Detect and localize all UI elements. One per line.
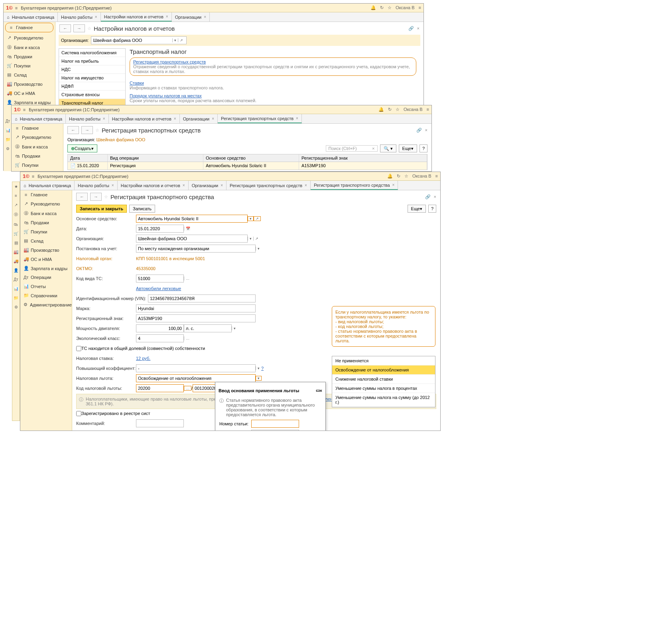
menu-icon[interactable]: ≡ xyxy=(427,107,429,112)
star-icon[interactable]: ☆ xyxy=(404,174,408,176)
link-rates[interactable]: Ставки xyxy=(130,81,144,85)
help-button[interactable]: ? xyxy=(420,144,427,152)
window-3: 1© ≡ Бухгалтерия предприятия (1С:Предпри… xyxy=(20,172,441,176)
search-btn[interactable]: 🔍 ▾ xyxy=(380,144,396,152)
mini-icon[interactable]: 📁 xyxy=(4,135,12,144)
tax-sec-3[interactable]: Налог на имущество xyxy=(59,74,125,82)
app-title: Бухгалтерия предприятия (1С:Предприятие) xyxy=(21,6,112,10)
doc-icon: 📄 xyxy=(70,163,76,168)
org-input[interactable]: Швейная фабрика ООО▾↗ xyxy=(91,36,187,44)
menu-icon[interactable]: ≡ xyxy=(435,174,438,176)
link-reg-ts[interactable]: Регистрация транспортных средств xyxy=(133,59,206,64)
tab-home[interactable]: ⌂Начальная страница xyxy=(12,114,66,123)
menu-icon[interactable]: ≡ xyxy=(419,5,421,10)
create-button[interactable]: ⊕ Создать ▾ xyxy=(67,144,97,152)
side-7[interactable]: 🚚ОС и НМА xyxy=(4,89,55,98)
bell-icon[interactable]: 🔔 xyxy=(378,107,384,112)
table-header: Дата Вид операции Основное средство Реги… xyxy=(67,154,427,162)
page-title: Настройки налогов и отчетов xyxy=(94,25,175,32)
history-icon[interactable]: ↻ xyxy=(388,107,392,112)
tax-sec-0[interactable]: Система налогообложения xyxy=(59,49,125,57)
tab-row: ⌂Начальная страница Начало работы× Настр… xyxy=(4,12,423,22)
desc-3: Сроки уплаты налогов, порядок расчета ав… xyxy=(130,98,416,103)
menu-icon: ≡ xyxy=(9,25,14,30)
tab-2[interactable]: Организации× xyxy=(172,12,210,22)
nav-fwd[interactable]: → xyxy=(73,24,85,32)
desc-2: Информация о ставках транспортного налог… xyxy=(130,85,416,90)
tab-1[interactable]: Настройки налогов и отчетов× xyxy=(101,12,172,22)
window-2: 1© ≡ Бухгалтерия предприятия (1С:Предпри… xyxy=(11,105,432,172)
hamburger-icon[interactable]: ≡ xyxy=(23,107,26,112)
logo-1c: 1© xyxy=(6,5,13,11)
tax-sec-1[interactable]: Налог на прибыль xyxy=(59,57,125,65)
desc-1: Отражение сведений о государственной рег… xyxy=(133,64,413,74)
table-row[interactable]: 📄 15.01.2020 Регистрация Автомобиль Hyun… xyxy=(67,162,427,170)
tax-sec-4[interactable]: НДФЛ xyxy=(59,82,125,91)
star-icon[interactable]: ☆ xyxy=(396,107,400,112)
fav-icon[interactable]: ☆ xyxy=(87,26,91,31)
mini-icon[interactable]: ⚙ xyxy=(4,144,12,153)
nav-fwd[interactable]: → xyxy=(81,126,93,134)
tab-home[interactable]: ⌂Начальная страница xyxy=(4,12,58,22)
titlebar: 1© ≡ Бухгалтерия предприятия (1С:Предпри… xyxy=(4,4,423,12)
close-icon[interactable]: × xyxy=(425,128,427,133)
mini-icon[interactable]: 📊 xyxy=(4,126,12,135)
nav-back[interactable]: ← xyxy=(67,126,79,134)
side-5[interactable]: ▤Склад xyxy=(4,70,55,79)
logo-1c: 1© xyxy=(14,107,21,113)
side-main[interactable]: ≡Главное xyxy=(5,23,53,32)
sidebar2: ≡Главное ↗Руководителю ⒷБанк и касса 🛍Пр… xyxy=(12,124,63,171)
close-icon[interactable]: × xyxy=(417,26,420,31)
close-icon[interactable]: × xyxy=(166,14,168,19)
org-label: Организация: xyxy=(61,38,89,43)
history-icon[interactable]: ↻ xyxy=(380,5,384,10)
bell-icon[interactable]: 🔔 xyxy=(387,174,393,176)
close-icon[interactable]: × xyxy=(204,15,206,19)
side-4[interactable]: 🛒Покупки xyxy=(4,61,55,70)
bell-icon[interactable]: 🔔 xyxy=(370,5,376,10)
mini-icon[interactable]: Дт xyxy=(4,117,12,126)
hamburger-icon[interactable]: ≡ xyxy=(15,6,18,10)
open-icon[interactable]: ↗ xyxy=(178,38,185,42)
tab-0[interactable]: Начало работы× xyxy=(58,12,101,22)
side-1[interactable]: ↗Руководителю xyxy=(4,33,55,42)
link-order[interactable]: Порядок уплаты налогов на местах xyxy=(130,93,202,98)
page-title: Регистрация транспортных средств xyxy=(102,127,201,134)
close-icon[interactable]: × xyxy=(95,15,97,19)
user-label[interactable]: Оксана В xyxy=(396,5,415,10)
fav-icon[interactable]: ☆ xyxy=(95,128,99,133)
clear-icon[interactable]: × xyxy=(372,146,374,151)
section-heading: Транспортный налог xyxy=(130,48,416,55)
home-icon: ⌂ xyxy=(7,15,10,20)
nav-back[interactable]: ← xyxy=(59,24,71,32)
link-icon[interactable]: 🔗 xyxy=(408,26,414,31)
link-icon[interactable]: 🔗 xyxy=(416,128,422,133)
dropdown-icon[interactable]: ▾ xyxy=(172,38,178,42)
home-icon: ⌂ xyxy=(15,117,18,121)
org-link[interactable]: Швейная фабрика ООО xyxy=(96,137,145,142)
side-2[interactable]: ⒷБанк и касса xyxy=(4,42,55,52)
logo-1c: 1© xyxy=(23,173,30,176)
tax-sec-5[interactable]: Страховые взносы xyxy=(59,91,125,99)
more-button[interactable]: Еще ▾ xyxy=(399,144,417,152)
hamburger-icon[interactable]: ≡ xyxy=(32,174,34,176)
search-input[interactable]: Поиск (Ctrl+F)× xyxy=(326,145,378,152)
star-icon[interactable]: ☆ xyxy=(388,5,392,10)
history-icon[interactable]: ↻ xyxy=(397,174,400,176)
tax-sec-2[interactable]: НДС xyxy=(59,65,125,74)
side-3[interactable]: 🛍Продажи xyxy=(4,52,55,61)
side-6[interactable]: 🏭Производство xyxy=(4,79,55,89)
